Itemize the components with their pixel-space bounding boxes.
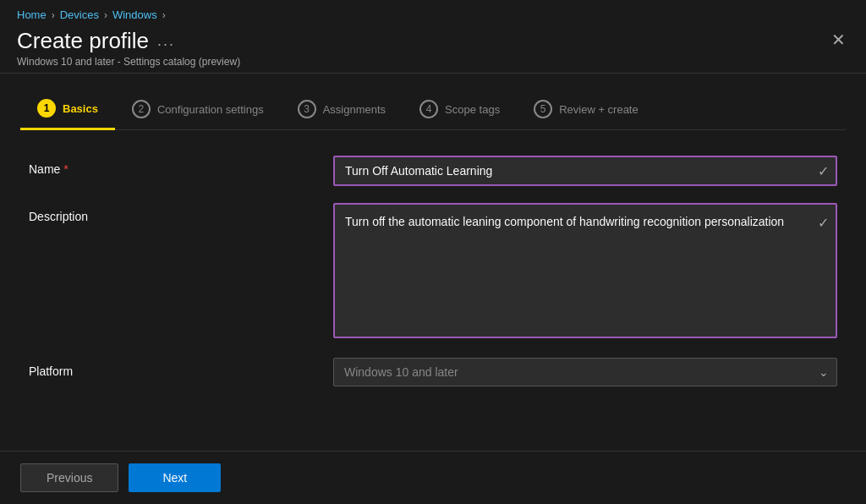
breadcrumb-devices[interactable]: Devices [60, 8, 99, 21]
step-4-label: Scope tags [445, 103, 500, 116]
page-subtitle: Windows 10 and later - Settings catalog … [17, 56, 240, 68]
main-content: 1 Basics 2 Configuration settings 3 Assi… [0, 74, 866, 420]
name-check-icon: ✓ [818, 163, 829, 179]
step-5-circle: 5 [534, 100, 552, 118]
step-assignments[interactable]: 3 Assignments [281, 91, 403, 129]
breadcrumb-sep-1: › [52, 9, 55, 21]
step-scope-tags[interactable]: 4 Scope tags [403, 91, 517, 129]
step-4-circle: 4 [419, 100, 438, 118]
wizard-steps: 1 Basics 2 Configuration settings 3 Assi… [20, 90, 846, 130]
breadcrumb: Home › Devices › Windows › [17, 8, 849, 21]
more-options-icon[interactable]: ... [157, 32, 175, 50]
platform-label: Platform [29, 358, 333, 378]
page-title-section: Create profile ... [17, 28, 240, 54]
page-title: Create profile [17, 28, 149, 54]
next-button[interactable]: Next [129, 463, 221, 492]
step-basics[interactable]: 1 Basics [20, 90, 115, 130]
breadcrumb-home[interactable]: Home [17, 8, 47, 21]
close-button[interactable]: ✕ [828, 28, 849, 52]
name-label: Name* [29, 156, 333, 176]
platform-select-wrapper: Windows 10 and laterWindows 8.1 and earl… [333, 358, 837, 386]
footer: Previous Next [0, 451, 866, 504]
name-input[interactable] [333, 156, 837, 186]
previous-button[interactable]: Previous [20, 463, 118, 492]
top-bar: Home › Devices › Windows › Create profil… [0, 0, 866, 74]
description-row: Description Turn off the automatic leani… [29, 203, 837, 341]
name-row: Name* ✓ [29, 156, 837, 186]
form-section: Name* ✓ Description Turn off the automat… [20, 156, 846, 386]
name-required-star: * [63, 162, 68, 176]
step-1-label: Basics [63, 102, 98, 115]
step-3-circle: 3 [298, 100, 316, 118]
platform-row: Platform Windows 10 and laterWindows 8.1… [29, 358, 837, 386]
step-2-circle: 2 [132, 100, 151, 118]
step-configuration[interactable]: 2 Configuration settings [115, 91, 281, 129]
step-2-label: Configuration settings [157, 103, 264, 116]
platform-select[interactable]: Windows 10 and laterWindows 8.1 and earl… [333, 358, 837, 386]
breadcrumb-windows[interactable]: Windows [112, 8, 157, 21]
description-input-wrapper: Turn off the automatic leaning component… [333, 203, 837, 341]
step-5-label: Review + create [559, 103, 639, 116]
description-textarea[interactable]: Turn off the automatic leaning component… [333, 203, 837, 338]
step-3-label: Assignments [323, 103, 386, 116]
breadcrumb-sep-3: › [162, 9, 166, 21]
breadcrumb-sep-2: › [104, 9, 107, 21]
description-check-icon: ✓ [818, 215, 829, 231]
step-1-circle: 1 [37, 99, 56, 118]
description-label: Description [29, 203, 333, 223]
step-review-create[interactable]: 5 Review + create [517, 91, 655, 129]
name-input-wrapper: ✓ [333, 156, 837, 186]
page-header: Create profile ... Windows 10 and later … [17, 28, 849, 68]
